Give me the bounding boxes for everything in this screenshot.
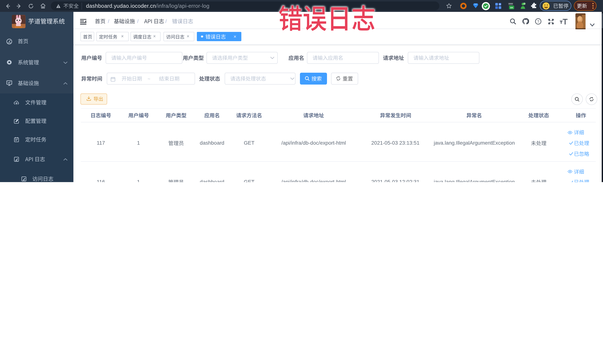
svg-text:on: on — [510, 6, 513, 9]
svg-text:?: ? — [537, 20, 539, 23]
